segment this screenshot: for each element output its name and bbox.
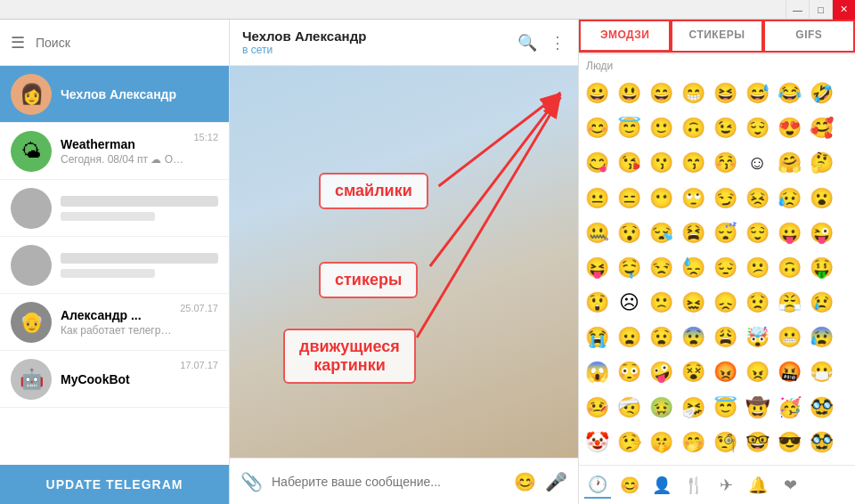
- emoji-cell[interactable]: 🙃: [677, 112, 709, 144]
- emoji-cell[interactable]: 🙄: [677, 183, 709, 215]
- more-options-icon[interactable]: ⋮: [550, 33, 566, 53]
- emoji-cell[interactable]: 😷: [805, 356, 837, 388]
- emoji-cell[interactable]: 😁: [677, 77, 709, 110]
- emoji-cell[interactable]: 😠: [741, 356, 773, 388]
- chat-list-item[interactable]: 👴 Александр ... Как работает телеграмм. …: [0, 294, 229, 351]
- emoji-cell[interactable]: 🤗: [773, 147, 805, 179]
- emoji-cell[interactable]: 🤕: [613, 392, 645, 424]
- hamburger-icon[interactable]: ☰: [11, 33, 25, 53]
- emoji-cell[interactable]: 🤐: [581, 217, 613, 249]
- emoji-cell[interactable]: 😤: [773, 287, 805, 319]
- emoji-cell[interactable]: 😀: [581, 77, 613, 110]
- chat-list-item[interactable]: [0, 237, 229, 294]
- emoji-cell[interactable]: 🤫: [645, 427, 677, 459]
- emoji-cell[interactable]: 🥸: [805, 392, 837, 424]
- emoji-cell[interactable]: 😊: [581, 112, 613, 144]
- emoji-bottom-icon[interactable]: 😊: [616, 472, 643, 499]
- emoji-cell[interactable]: 🥳: [773, 392, 805, 424]
- emoji-cell[interactable]: 😩: [709, 321, 741, 354]
- emoji-cell[interactable]: 😚: [709, 147, 741, 179]
- emoji-bottom-icon[interactable]: ✈: [712, 472, 739, 499]
- emoji-cell[interactable]: 😡: [709, 356, 741, 388]
- emoji-cell[interactable]: 🧐: [709, 427, 741, 459]
- emoji-cell[interactable]: 😵: [677, 356, 709, 388]
- emoji-cell[interactable]: 😟: [741, 287, 773, 319]
- update-telegram-button[interactable]: UPDATE TELEGRAM: [0, 465, 229, 504]
- emoji-cell[interactable]: 🙁: [645, 287, 677, 319]
- emoji-cell[interactable]: 😆: [709, 77, 741, 110]
- emoji-cell[interactable]: 😲: [581, 287, 613, 319]
- emoji-cell[interactable]: 😓: [677, 252, 709, 284]
- emoji-cell[interactable]: 😯: [613, 217, 645, 249]
- message-input[interactable]: [272, 475, 514, 489]
- emoji-cell[interactable]: 🤔: [805, 147, 837, 179]
- emoji-cell[interactable]: 😔: [709, 252, 741, 284]
- emoji-cell[interactable]: 😙: [677, 147, 709, 179]
- emoji-cell[interactable]: 😂: [773, 77, 805, 110]
- emoji-cell[interactable]: 🤓: [741, 427, 773, 459]
- emoji-cell[interactable]: 😅: [741, 77, 773, 110]
- emoji-cell[interactable]: 🤤: [613, 252, 645, 284]
- emoji-cell[interactable]: 😳: [613, 356, 645, 388]
- emoji-cell[interactable]: 🤪: [645, 356, 677, 388]
- emoji-cell[interactable]: 😘: [613, 147, 645, 179]
- emoji-cell[interactable]: 🤭: [677, 427, 709, 459]
- attach-icon[interactable]: 📎: [240, 471, 263, 492]
- minimize-button[interactable]: —: [786, 0, 809, 20]
- emoji-cell[interactable]: 🤢: [645, 392, 677, 424]
- emoji-cell[interactable]: 🥸: [805, 427, 837, 459]
- emoji-cell[interactable]: 😎: [773, 427, 805, 459]
- emoji-cell[interactable]: 😄: [645, 77, 677, 110]
- emoji-cell[interactable]: 😉: [709, 112, 741, 144]
- emoji-cell[interactable]: 😴: [709, 217, 741, 249]
- emoji-cell[interactable]: 🥰: [805, 112, 837, 144]
- emoji-cell[interactable]: 😬: [773, 321, 805, 354]
- search-icon[interactable]: 🔍: [517, 33, 537, 53]
- emoji-cell[interactable]: 😑: [613, 183, 645, 215]
- emoji-cell[interactable]: 😜: [805, 217, 837, 249]
- emoji-bottom-icon[interactable]: 🍴: [680, 472, 707, 499]
- emoji-icon[interactable]: 😊: [514, 471, 536, 492]
- emoji-cell[interactable]: 😒: [645, 252, 677, 284]
- emoji-cell[interactable]: 😰: [805, 321, 837, 354]
- emoji-cell[interactable]: 😣: [741, 183, 773, 215]
- emoji-cell[interactable]: 😝: [581, 252, 613, 284]
- chat-list-item[interactable]: 🌤 Weatherman Сегодня. 08/04 пт ☁ Облач..…: [0, 123, 229, 180]
- emoji-bottom-icon[interactable]: 👤: [648, 472, 675, 499]
- emoji-cell[interactable]: 🤯: [741, 321, 773, 354]
- emoji-cell[interactable]: 😫: [677, 217, 709, 249]
- emoji-cell[interactable]: 🤠: [741, 392, 773, 424]
- emoji-cell[interactable]: 🤧: [677, 392, 709, 424]
- emoji-cell[interactable]: 😢: [805, 287, 837, 319]
- emoji-cell[interactable]: 🤑: [805, 252, 837, 284]
- emoji-cell[interactable]: 🤡: [581, 427, 613, 459]
- emoji-cell[interactable]: 🤣: [805, 77, 837, 110]
- emoji-cell[interactable]: 😃: [613, 77, 645, 110]
- emoji-cell[interactable]: 😨: [677, 321, 709, 354]
- chat-list-item[interactable]: 🤖 MyCookBot 17.07.17: [0, 351, 229, 408]
- emoji-bottom-icon[interactable]: 🕐: [584, 472, 611, 499]
- emoji-cell[interactable]: 😕: [741, 252, 773, 284]
- emoji-cell[interactable]: ☺: [741, 147, 773, 179]
- emoji-cell[interactable]: 😇: [613, 112, 645, 144]
- emoji-cell[interactable]: 😐: [581, 183, 613, 215]
- emoji-cell[interactable]: 😋: [581, 147, 613, 179]
- chat-list-item[interactable]: [0, 180, 229, 237]
- emoji-cell[interactable]: 😍: [773, 112, 805, 144]
- emoji-cell[interactable]: 🤥: [613, 427, 645, 459]
- maximize-button[interactable]: □: [809, 0, 832, 20]
- search-input[interactable]: [36, 36, 218, 50]
- emoji-cell[interactable]: 😗: [645, 147, 677, 179]
- emoji-cell[interactable]: 😧: [645, 321, 677, 354]
- emoji-cell[interactable]: ☹: [613, 287, 645, 319]
- close-button[interactable]: ✕: [832, 0, 855, 20]
- chat-list-item[interactable]: 👩 Чехлов Александр: [0, 66, 229, 123]
- emoji-cell[interactable]: 😞: [709, 287, 741, 319]
- emoji-tab-stickers[interactable]: СТИКЕРЫ: [671, 20, 762, 53]
- emoji-cell[interactable]: 🤬: [773, 356, 805, 388]
- emoji-cell[interactable]: 😮: [805, 183, 837, 215]
- emoji-bottom-icon[interactable]: ❤: [777, 472, 803, 499]
- emoji-tab-emoji[interactable]: ЭМОДЗИ: [579, 20, 671, 53]
- emoji-cell[interactable]: 😛: [773, 217, 805, 249]
- emoji-cell[interactable]: 😪: [645, 217, 677, 249]
